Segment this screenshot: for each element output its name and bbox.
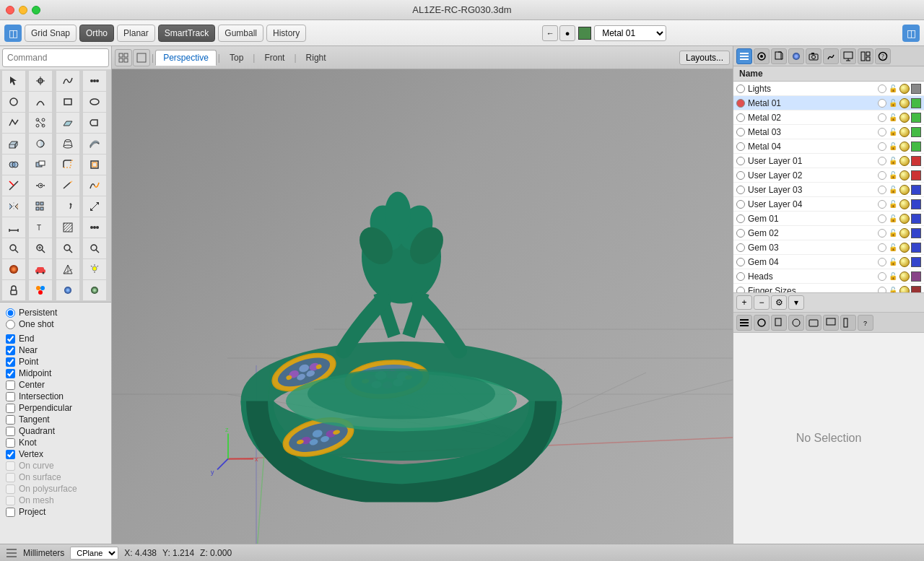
layer-radio[interactable] (736, 243, 745, 252)
persistent-option[interactable]: Persistent (6, 307, 105, 318)
tab-right[interactable]: Right (298, 50, 334, 66)
layer-material-icon[interactable] (899, 142, 910, 152)
layer-visibility-toggle[interactable] (878, 186, 886, 194)
tool-more3[interactable] (83, 238, 106, 258)
layer-material-icon[interactable] (899, 199, 910, 209)
layer-material-icon[interactable] (899, 98, 910, 108)
document-properties-icon[interactable] (771, 48, 787, 64)
layer-lock-icon[interactable]: 🔓 (888, 287, 898, 292)
layer-color-swatch[interactable] (911, 142, 921, 152)
layer-row[interactable]: Finger Sizes🔓 (733, 284, 924, 292)
layer-material-icon[interactable] (899, 228, 910, 238)
tool-polyline[interactable] (2, 113, 25, 133)
tool-sphere1[interactable] (56, 280, 79, 300)
tool-circle[interactable] (2, 92, 25, 112)
tool-car[interactable] (29, 259, 52, 279)
layer-lock-icon[interactable]: 🔓 (888, 157, 898, 165)
layer-lock-icon[interactable]: 🔓 (888, 229, 898, 237)
layer-color-swatch[interactable] (911, 84, 921, 94)
snap-item-tangent[interactable]: Tangent (6, 414, 105, 425)
snap-item-project[interactable]: Project (6, 506, 105, 518)
layer-color-swatch[interactable] (911, 185, 921, 195)
snap-item-perpendicular[interactable]: Perpendicular (6, 402, 105, 414)
snap-item-knot[interactable]: Knot (6, 437, 105, 448)
layer-visibility-toggle[interactable] (878, 200, 886, 209)
layer-material-icon[interactable] (899, 113, 910, 123)
material-color-swatch[interactable] (578, 27, 591, 40)
minimize-button[interactable] (19, 6, 27, 14)
vp-grid-icon[interactable] (115, 49, 132, 66)
layer-visibility-toggle[interactable] (878, 113, 886, 122)
layer-color-swatch[interactable] (911, 127, 921, 137)
btm-object-icon[interactable] (754, 315, 770, 331)
layer-row[interactable]: Heads🔓 (733, 269, 924, 284)
layer-material-icon[interactable] (899, 214, 910, 224)
tool-query[interactable] (56, 238, 79, 258)
tool-lock[interactable] (2, 280, 25, 300)
tool-light[interactable] (83, 259, 106, 279)
cplane-select[interactable]: CPlane (70, 547, 118, 560)
layer-settings-button[interactable]: ⚙ (771, 295, 787, 310)
layer-visibility-toggle[interactable] (878, 84, 886, 93)
snap-item-near[interactable]: Near (6, 344, 105, 356)
layer-material-icon[interactable] (899, 243, 910, 253)
layer-lock-icon[interactable]: 🔓 (888, 186, 898, 193)
tool-more1[interactable] (83, 71, 106, 91)
help-icon[interactable]: ? (875, 48, 891, 64)
layer-row[interactable]: Metal 02🔓 (733, 110, 924, 125)
layer-row[interactable]: Metal 01🔓 (733, 96, 924, 110)
layer-color-swatch[interactable] (911, 156, 921, 166)
layer-material-icon[interactable] (899, 84, 910, 94)
layer-radio[interactable] (736, 229, 745, 238)
layer-material-icon[interactable] (899, 127, 910, 137)
layer-color-swatch[interactable] (911, 243, 921, 253)
layer-color-swatch[interactable] (911, 113, 921, 123)
layer-visibility-toggle[interactable] (878, 272, 886, 281)
snap-item-end[interactable]: End (6, 333, 105, 344)
history-button[interactable]: History (266, 25, 306, 42)
one-shot-option[interactable]: One shot (6, 318, 105, 330)
tool-render-mat[interactable] (2, 259, 25, 279)
layer-lock-icon[interactable]: 🔓 (888, 243, 898, 251)
layer-radio[interactable] (736, 258, 745, 266)
layer-visibility-toggle[interactable] (878, 157, 886, 165)
layer-lock-icon[interactable]: 🔓 (888, 171, 898, 179)
snap-item-midpoint[interactable]: Midpoint (6, 368, 105, 379)
layer-visibility-toggle[interactable] (878, 214, 886, 223)
layer-material-icon[interactable] (899, 156, 910, 166)
layer-lock-icon[interactable]: 🔓 (888, 142, 898, 150)
tool-rotate[interactable] (56, 196, 79, 217)
btm-display-icon[interactable] (823, 315, 839, 331)
layer-color-swatch[interactable] (911, 170, 921, 181)
layer-color-swatch[interactable] (911, 286, 921, 293)
btm-camera-icon[interactable] (806, 315, 821, 331)
layer-material-icon[interactable] (899, 271, 910, 282)
layer-material-icon[interactable] (899, 185, 910, 195)
btm-render-icon[interactable] (788, 315, 804, 331)
layer-material-icon[interactable] (899, 257, 910, 267)
smarttrack-button[interactable]: SmartTrack (158, 25, 216, 42)
layer-radio[interactable] (736, 200, 745, 209)
right-sidebar-toggle[interactable]: ◫ (902, 25, 920, 42)
layer-color-swatch[interactable] (911, 199, 921, 209)
tool-curve[interactable] (56, 71, 79, 91)
layer-visibility-toggle[interactable] (878, 287, 886, 293)
tool-select[interactable] (2, 71, 25, 91)
tool-mesh[interactable] (56, 259, 79, 279)
layer-visibility-toggle[interactable] (878, 142, 886, 151)
layer-radio[interactable] (736, 142, 745, 151)
layer-radio[interactable] (736, 287, 745, 293)
tool-arc[interactable] (29, 92, 52, 112)
tool-fillet[interactable] (56, 155, 79, 175)
layer-lock-icon[interactable]: 🔓 (888, 272, 898, 280)
tool-sphere2[interactable] (83, 280, 106, 300)
tool-hatch[interactable] (56, 217, 79, 238)
snap-item-intersection[interactable]: Intersection (6, 391, 105, 402)
layer-visibility-toggle[interactable] (878, 243, 886, 252)
tool-loft[interactable] (56, 134, 79, 154)
layer-radio[interactable] (736, 186, 745, 194)
tool-extend[interactable] (56, 175, 79, 196)
layer-lock-icon[interactable]: 🔓 (888, 84, 898, 92)
layer-row[interactable]: User Layer 02🔓 (733, 168, 924, 183)
layer-material-icon[interactable] (899, 286, 910, 293)
